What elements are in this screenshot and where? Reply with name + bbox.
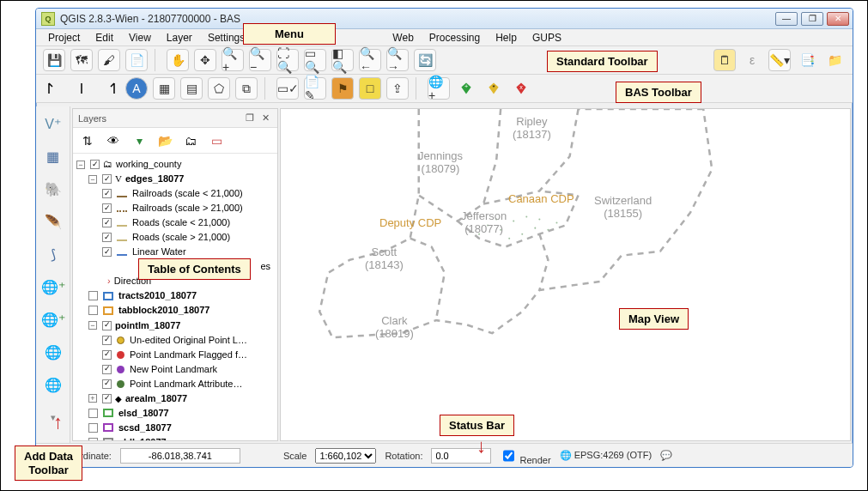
root-group[interactable]: working_county [116,157,181,172]
table-icon[interactable]: ▦ [153,77,175,100]
render-toggle[interactable]: Render [500,446,550,466]
add-wfs-icon[interactable]: 🌐 [41,340,65,364]
epsilon-icon[interactable]: ε [741,49,763,71]
attribute-circle-icon[interactable]: A [125,77,148,100]
tree-item[interactable]: New Point Landmark [130,362,217,377]
checkbox[interactable] [88,423,98,433]
checkbox[interactable] [88,306,98,315]
close-button[interactable]: ✕ [827,12,849,26]
edit-doc-icon[interactable]: 📄✎ [304,77,326,100]
flag-orange-icon[interactable]: ⚑ [331,77,354,100]
tree-item[interactable]: Railroads (scale < 21,000) [132,186,243,201]
menu-gups[interactable]: GUPS [525,30,568,45]
add-mssql-icon[interactable]: ⟆ [41,242,65,266]
layer-filter-icon[interactable]: ▾ [130,131,149,150]
zoom-last-icon[interactable]: 🔍← [359,49,381,71]
coord-field[interactable] [120,448,240,464]
add-csv-icon[interactable]: 🌐 [41,373,65,397]
zoom-full-icon[interactable]: ⛶🔍 [276,49,299,71]
tree-item[interactable]: Railroads (scale > 21,000) [132,201,243,215]
checkbox[interactable]: ✓ [102,247,112,257]
snap-v2-icon[interactable] [70,77,93,100]
add-wms-icon[interactable]: 🌐⁺ [41,275,65,299]
checkbox[interactable]: ✓ [102,321,112,330]
marker-star-icon[interactable]: * [483,77,505,100]
sldl-layer[interactable]: sldl_18077 [118,435,167,440]
checkbox[interactable]: ✓ [102,189,112,198]
snap-v3-icon[interactable] [98,77,120,100]
menu-processing[interactable]: Processing [422,30,487,45]
expander-icon[interactable]: − [88,175,97,184]
menu-help[interactable]: Help [489,30,524,45]
panel-close-icon[interactable]: ✕ [259,112,272,123]
minimize-button[interactable]: — [775,12,798,26]
tracts-layer[interactable]: tracts2010_18077 [118,288,197,303]
measure-icon[interactable]: 📏▾ [768,49,791,71]
snap-v1-icon[interactable] [43,77,65,100]
style-icon[interactable]: 🖌 [98,49,120,71]
menu-edit[interactable]: Edit [88,30,120,45]
layer-order-icon[interactable]: ⇅ [78,131,97,150]
print-composer-icon[interactable]: 📄 [125,49,148,71]
marker-add-icon[interactable]: + [455,77,477,100]
layer-tree[interactable]: −✓ 🗂 working_county −✓ V edges_18077 ✓ R… [73,154,277,440]
add-vector-icon[interactable]: V⁺ [41,112,65,136]
checkbox[interactable] [88,291,98,300]
expander-icon[interactable]: + [88,394,97,403]
marker-delete-icon[interactable]: x [510,77,532,100]
expander-icon[interactable]: − [88,321,97,330]
crs-indicator[interactable]: 🌐 EPSG:4269 (OTF) [560,450,653,461]
add-wcs-icon[interactable]: 🌐⁺ [41,307,65,331]
tree-item[interactable]: Linear Water [132,245,186,259]
zoom-out-icon[interactable]: 🔍− [249,49,271,71]
select-poly-icon[interactable]: ⬠ [208,77,230,100]
flag-yellow-icon[interactable]: □ [359,77,381,100]
pan-selection-icon[interactable]: ✥ [194,49,216,71]
layer-visibility-icon[interactable]: 👁 [104,131,123,150]
menu-web[interactable]: Web [385,30,420,45]
pan-icon[interactable]: ✋ [167,49,189,71]
messages-icon[interactable]: 💬 [660,450,672,461]
save-icon[interactable]: 💾 [43,49,65,71]
checkbox[interactable] [88,409,98,418]
select-multi-icon[interactable]: ⧉ [235,77,258,100]
globe-add-icon[interactable]: 🌐+ [428,77,450,100]
checkbox[interactable]: ✓ [102,218,112,227]
checkbox[interactable] [88,438,98,440]
zoom-in-icon[interactable]: 🔍+ [222,49,244,71]
maximize-button[interactable]: ❐ [801,12,823,26]
layer-open-icon[interactable]: 📂 [155,131,174,150]
tabblock-layer[interactable]: tabblock2010_18077 [118,303,209,318]
notes-icon[interactable]: 🗒 [713,49,736,71]
layer-style-icon[interactable]: 🗂 [181,131,200,150]
bookmark-icon[interactable]: 📑 [796,49,818,71]
checkbox[interactable]: ✓ [102,233,112,242]
add-raster-icon[interactable]: ▦ [41,144,65,168]
checkbox[interactable]: ✓ [102,394,112,403]
folder-icon[interactable]: 📁 [823,49,846,71]
pointlm-group[interactable]: pointlm_18077 [115,318,180,333]
tree-item[interactable]: Point Landmark Attribute… [130,377,242,391]
scsd-layer[interactable]: scsd_18077 [118,421,172,435]
add-spatialite-icon[interactable]: 🪶 [41,209,65,233]
checkbox[interactable]: ✓ [102,379,112,389]
zoom-selection-icon[interactable]: ▭🔍 [304,49,326,71]
tree-item[interactable]: Point Landmark Flagged f… [130,348,247,362]
checkbox[interactable]: ✓ [102,203,112,213]
tree-item[interactable]: Roads (scale < 21,000) [132,215,230,230]
validate-icon[interactable]: ▭✓ [276,77,299,100]
elsd-layer[interactable]: elsd_18077 [118,406,169,421]
checkbox[interactable]: ✓ [102,174,112,184]
expander-icon[interactable]: − [76,161,85,169]
zoom-layer-icon[interactable]: ◧🔍 [331,49,354,71]
map-layer-icon[interactable]: 🗺 [70,49,93,71]
refresh-icon[interactable]: 🔄 [414,49,436,71]
table2-icon[interactable]: ▤ [180,77,203,100]
add-postgis-icon[interactable]: 🐘 [41,177,65,201]
checkbox[interactable]: ✓ [102,350,112,360]
tree-item[interactable]: Roads (scale > 21,000) [132,230,230,245]
menu-project[interactable]: Project [41,30,87,45]
menu-view[interactable]: View [122,30,158,45]
checkbox[interactable]: ✓ [102,365,112,374]
panel-float-icon[interactable]: ❐ [243,112,257,123]
